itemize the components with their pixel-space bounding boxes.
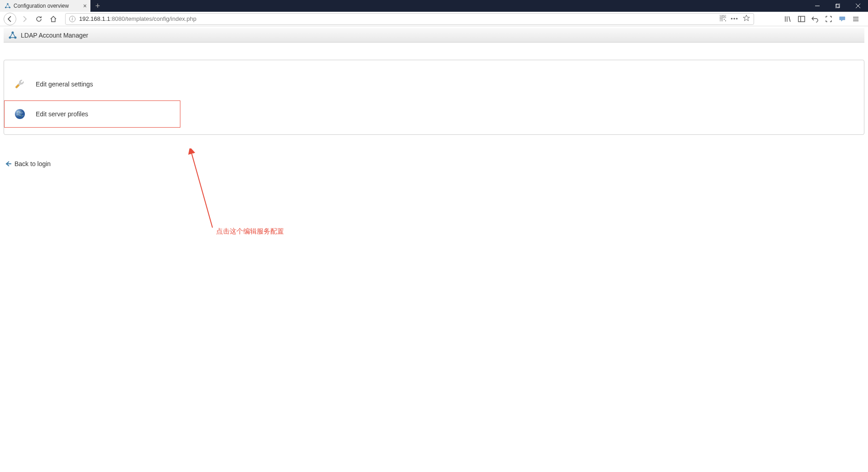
page-header-bar: LDAP Account Manager [4,28,864,43]
bookmark-star-icon[interactable] [743,14,750,23]
wrench-icon [14,78,26,90]
svg-line-3 [6,4,8,8]
browser-tab[interactable]: Configuration overview × [0,0,90,12]
url-actions: ••• [720,14,750,23]
svg-rect-22 [798,16,805,22]
svg-rect-8 [836,4,840,7]
window-minimize-icon[interactable] [807,0,827,12]
svg-point-33 [15,109,25,119]
page-title: LDAP Account Manager [21,32,88,39]
site-info-icon[interactable]: i [69,16,75,22]
svg-rect-15 [724,16,725,17]
back-link-label: Back to login [14,160,51,167]
browser-titlebar: Configuration overview × + [0,0,868,12]
edit-server-profiles-link[interactable]: Edit server profiles [14,103,854,125]
tab-favicon [5,3,11,9]
annotation-highlight-box [4,100,180,128]
browser-toolbar: i 192.168.1.1:8080/templates/config/inde… [0,12,868,26]
sidebar-icon[interactable] [797,14,807,24]
svg-rect-17 [724,19,725,20]
svg-rect-16 [721,19,722,20]
annotation-text: 点击这个编辑服务配置 [216,227,284,236]
undo-icon[interactable] [810,14,820,24]
nav-home-button[interactable] [47,13,60,25]
qr-icon[interactable] [720,15,726,23]
window-maximize-icon[interactable] [827,0,848,12]
tab-title: Configuration overview [14,3,69,9]
config-options-card: Edit general settings Edit server profil… [4,60,864,135]
option-label: Edit general settings [36,81,93,88]
option-label: Edit server profiles [36,110,88,118]
toolbar-right-icons [783,14,864,24]
svg-rect-14 [721,16,722,17]
nav-forward-button[interactable] [18,13,31,25]
nav-back-button[interactable] [4,13,16,25]
svg-line-31 [13,33,15,38]
new-tab-button[interactable]: + [90,0,105,12]
page-content: LDAP Account Manager Edit general settin… [0,26,868,472]
screenshot-icon[interactable] [824,14,834,24]
library-icon[interactable] [783,14,793,24]
chat-icon[interactable] [837,14,847,24]
back-to-login-link[interactable]: Back to login [5,160,868,167]
url-path: :8080/templates/config/index.php [110,15,197,22]
edit-general-settings-link[interactable]: Edit general settings [14,73,854,95]
window-close-icon[interactable] [848,0,868,12]
more-icon[interactable]: ••• [731,15,738,22]
menu-icon[interactable] [851,14,861,24]
window-controls [807,0,868,12]
lam-logo-icon [8,31,17,40]
url-bar[interactable]: i 192.168.1.1:8080/templates/config/inde… [65,13,754,25]
svg-line-21 [789,16,790,22]
svg-rect-18 [725,20,726,21]
back-arrow-icon [5,161,12,167]
svg-line-4 [8,4,9,8]
svg-rect-7 [835,5,839,8]
globe-icon [14,108,26,120]
nav-reload-button[interactable] [33,13,45,25]
tab-close-icon[interactable]: × [83,2,87,10]
url-host: 192.168.1.1 [79,15,110,22]
svg-line-30 [10,33,13,38]
